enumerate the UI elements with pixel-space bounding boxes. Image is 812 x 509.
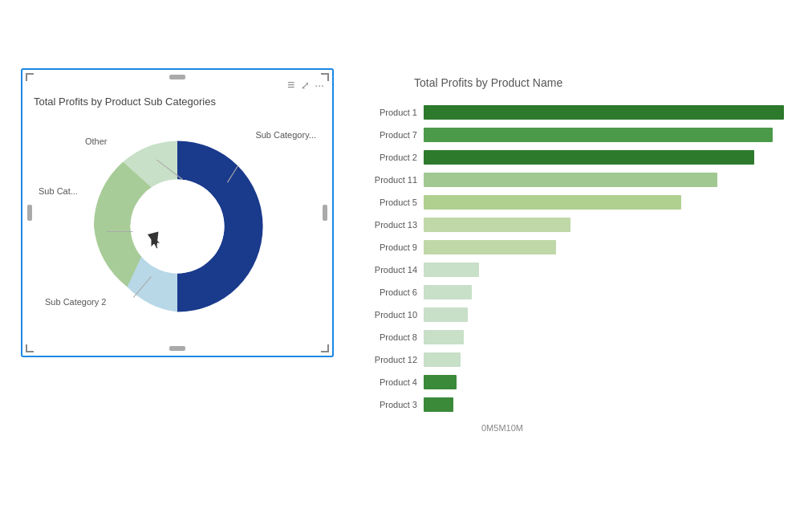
bar-row: Product 14 xyxy=(366,259,791,280)
bar-row: Product 10 xyxy=(366,304,791,325)
bar-label: Product 12 xyxy=(366,355,424,364)
bar-fill[interactable] xyxy=(424,330,464,344)
bar-track xyxy=(424,150,791,165)
bar-label: Product 5 xyxy=(366,197,424,207)
bar-label: Product 7 xyxy=(366,130,424,140)
donut-label-subcatright: Sub Category... xyxy=(255,130,316,140)
bar-label: Product 1 xyxy=(366,108,424,117)
bar-row: Product 7 xyxy=(366,124,791,145)
corner-bl xyxy=(26,344,34,352)
bar-fill[interactable] xyxy=(424,397,453,412)
bar-track xyxy=(424,128,791,142)
bar-track xyxy=(424,218,791,232)
axis-label: 5M xyxy=(493,423,505,433)
bar-track xyxy=(424,352,791,367)
corner-br xyxy=(321,344,329,352)
bar-track xyxy=(424,307,791,322)
bar-track xyxy=(424,173,791,187)
bar-label: Product 3 xyxy=(366,400,424,409)
bar-row: Product 9 xyxy=(366,237,791,258)
bar-fill[interactable] xyxy=(424,105,784,120)
donut-label-subcat2: Sub Category 2 xyxy=(45,297,106,307)
axis-label: 10M xyxy=(506,423,523,433)
axis-labels: 0M5M10M xyxy=(366,420,791,433)
hamburger-icon[interactable]: ≡ xyxy=(287,78,294,92)
bar-track xyxy=(424,330,791,344)
bar-row: Product 12 xyxy=(366,349,791,370)
donut-chart-title: Total Profits by Product Sub Categories xyxy=(30,96,324,108)
bar-label: Product 11 xyxy=(366,175,424,185)
donut-toolbar-icons: ≡ ⤢ ··· xyxy=(287,78,324,92)
bar-chart-body: Product 1 Product 7 Product 2 Product 11… xyxy=(366,102,791,417)
bar-fill[interactable] xyxy=(424,375,457,389)
bar-label: Product 8 xyxy=(366,332,424,342)
bar-track xyxy=(424,375,791,389)
bar-label: Product 6 xyxy=(366,287,424,297)
resize-handle-bottom[interactable] xyxy=(169,346,185,351)
bar-label: Product 10 xyxy=(366,310,424,320)
bar-label: Product 2 xyxy=(366,153,424,162)
bar-fill[interactable] xyxy=(424,285,472,299)
corner-tr xyxy=(321,73,329,81)
bar-fill[interactable] xyxy=(424,263,479,277)
bar-row: Product 1 xyxy=(366,102,791,123)
bar-fill[interactable] xyxy=(424,173,717,187)
bar-row: Product 11 xyxy=(366,169,791,190)
donut-chart-panel: ≡ ⤢ ··· Total Profits by Product Sub Cat… xyxy=(21,68,334,357)
bar-row: Product 3 xyxy=(366,394,791,415)
donut-label-subcatleft: Sub Cat... xyxy=(39,186,78,196)
bar-row: Product 2 xyxy=(366,147,791,168)
bar-track xyxy=(424,397,791,412)
axis-labels-row: 0M5M10M xyxy=(424,423,523,433)
axis-label: 0M xyxy=(481,423,493,433)
bar-label: Product 9 xyxy=(366,242,424,252)
bar-row: Product 4 xyxy=(366,372,791,393)
corner-tl xyxy=(26,73,34,81)
bar-fill[interactable] xyxy=(424,128,773,142)
donut-chart-area: Other Sub Category... Sub Cat... Sub Cat… xyxy=(30,114,324,339)
bar-track xyxy=(424,240,791,254)
donut-label-other: Other xyxy=(85,136,108,146)
bar-fill[interactable] xyxy=(424,195,681,210)
bar-track xyxy=(424,195,791,210)
bar-fill[interactable] xyxy=(424,352,461,367)
expand-icon[interactable]: ⤢ xyxy=(301,79,310,92)
bar-fill[interactable] xyxy=(424,150,754,165)
donut-panel-toolbar: ≡ ⤢ ··· xyxy=(30,78,324,92)
bar-label: Product 4 xyxy=(366,377,424,387)
resize-handle-top[interactable] xyxy=(169,75,185,79)
bar-track xyxy=(424,285,791,299)
bar-fill[interactable] xyxy=(424,240,556,254)
bar-fill[interactable] xyxy=(424,307,468,322)
bar-row: Product 13 xyxy=(366,214,791,235)
bar-track xyxy=(424,263,791,277)
donut-center-hole xyxy=(131,180,225,274)
bar-label: Product 14 xyxy=(366,265,424,275)
main-container: ≡ ⤢ ··· Total Profits by Product Sub Cat… xyxy=(13,52,799,457)
bar-label: Product 13 xyxy=(366,220,424,230)
bar-chart-panel: Total Profits by Product Name Product 1 … xyxy=(366,68,791,441)
bar-row: Product 6 xyxy=(366,282,791,303)
bar-track xyxy=(424,105,791,120)
bar-fill[interactable] xyxy=(424,218,570,232)
bar-row: Product 8 xyxy=(366,327,791,348)
bar-row: Product 5 xyxy=(366,192,791,213)
bar-chart-title: Total Profits by Product Name xyxy=(366,76,791,89)
